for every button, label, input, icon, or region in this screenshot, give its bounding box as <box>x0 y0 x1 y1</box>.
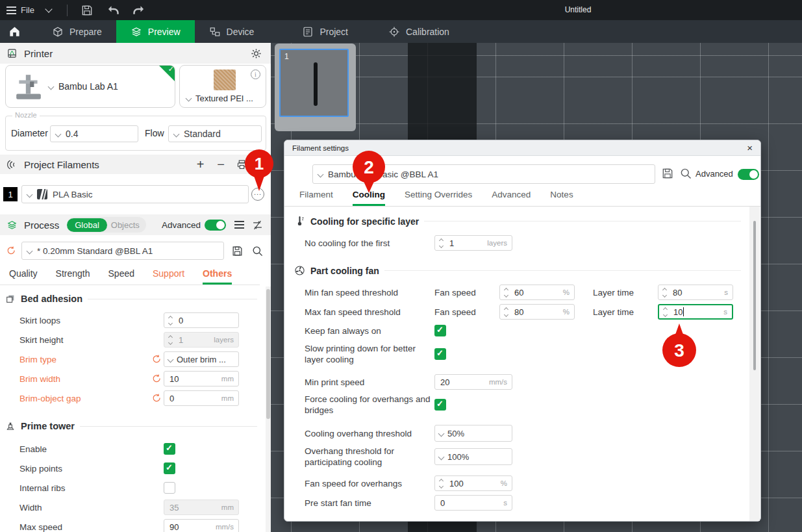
tab-strength[interactable]: Strength <box>56 268 90 285</box>
tab-prepare[interactable]: Prepare <box>38 20 116 43</box>
plate-thumbnail[interactable]: 1 <box>275 44 356 131</box>
dtab-advanced[interactable]: Advanced <box>492 190 531 206</box>
skirt-loops-input[interactable]: 0 <box>164 312 239 328</box>
brim-width-input[interactable]: 10 mm <box>164 371 239 386</box>
overhang-threshold-select[interactable]: 50% <box>434 425 512 442</box>
participating-cooling-select[interactable]: 100% <box>434 448 512 465</box>
gear-icon[interactable] <box>251 48 262 59</box>
tab-preview[interactable]: Preview <box>116 20 195 43</box>
dialog-titlebar[interactable]: Filament settings × <box>284 140 760 156</box>
enable-checkbox[interactable] <box>164 443 175 455</box>
left-panel-scrollbar[interactable] <box>266 286 271 532</box>
filament-select[interactable]: PLA Basic <box>21 185 249 203</box>
spinner-arrows[interactable] <box>440 239 443 247</box>
bed-adhesion-title: Bed adhesion <box>21 294 82 304</box>
tab-calibration[interactable]: Calibration <box>374 20 464 43</box>
no-cooling-value: 1 <box>444 238 454 248</box>
row-width: Width 35 mm <box>19 499 257 516</box>
printer-select[interactable]: Bambu Lab A1 <box>49 81 118 92</box>
min-layer-time-input[interactable]: 80 s <box>658 285 733 300</box>
dtab-notes[interactable]: Notes <box>550 190 573 206</box>
max-layer-time-input[interactable]: 10 s <box>658 304 733 320</box>
flow-select[interactable]: Standard <box>168 125 262 142</box>
undo-icon[interactable] <box>107 4 119 17</box>
pre-start-input[interactable]: 0 s <box>434 495 512 511</box>
row-brim-object-gap: Brim-object gap 0 mm <box>19 390 257 407</box>
min-fan-speed-input[interactable]: 60 % <box>499 285 575 300</box>
file-menu[interactable]: File <box>0 0 41 20</box>
dtab-setting-overrides[interactable]: Setting Overrides <box>405 190 472 206</box>
row-min-fan: Min fan speed threshold Fan speed 60 % L… <box>305 285 733 300</box>
process-search-icon[interactable] <box>251 245 264 257</box>
dtab-cooling[interactable]: Cooling <box>353 190 385 206</box>
tab-support[interactable]: Support <box>153 268 184 285</box>
internal-ribs-checkbox[interactable] <box>164 482 175 494</box>
file-chevron-down-icon[interactable] <box>45 5 52 12</box>
filament-more-button[interactable]: ... <box>251 188 264 201</box>
process-reset-icon[interactable] <box>6 246 16 255</box>
info-icon[interactable]: i <box>251 70 260 79</box>
spinner-arrows[interactable] <box>505 288 508 297</box>
plate-select[interactable]: Textured PEI ... <box>186 94 253 103</box>
dialog-preset-select[interactable]: Bambu PLA Basic @BBL A1 <box>312 164 655 184</box>
advanced-label: Advanced <box>162 220 201 230</box>
compare-presets-icon[interactable] <box>252 220 263 231</box>
process-preset-select[interactable]: * 0.20mm Standard @BBL A1 <box>21 242 224 260</box>
remove-filament-button[interactable] <box>217 157 225 172</box>
diameter-select[interactable]: 0.4 <box>50 125 138 142</box>
fan-overhangs-input[interactable]: 100 % <box>434 475 512 491</box>
max-layer-time-label: Layer time <box>593 307 658 317</box>
calibration-icon <box>388 26 400 38</box>
tab-speed[interactable]: Speed <box>108 268 134 285</box>
dialog-scrollbar[interactable] <box>749 207 760 521</box>
scope-objects[interactable]: Objects <box>107 218 146 232</box>
spinner-arrows[interactable] <box>664 308 667 316</box>
skip-points-checkbox[interactable] <box>164 462 175 474</box>
spinner-arrows[interactable] <box>440 479 443 488</box>
sync-printer-icon[interactable] <box>236 159 247 170</box>
spinner-arrows <box>169 336 172 344</box>
max-speed-input[interactable]: 90 mm/s <box>164 519 239 532</box>
tab-quality[interactable]: Quality <box>9 268 38 285</box>
force-cooling-checkbox[interactable] <box>434 399 446 411</box>
scrollbar-thumb[interactable] <box>266 289 270 419</box>
brim-type-reset-icon[interactable] <box>151 354 161 364</box>
scope-global[interactable]: Global <box>67 218 107 232</box>
tab-others[interactable]: Others <box>203 268 232 285</box>
no-cooling-input[interactable]: 1 layers <box>434 235 512 251</box>
printer-card[interactable]: Bambu Lab A1 <box>5 65 175 108</box>
plate-card[interactable]: i Textured PEI ... <box>179 65 266 108</box>
save-icon[interactable] <box>81 4 94 17</box>
spinner-arrows[interactable] <box>169 316 172 325</box>
tab-project[interactable]: Project <box>288 20 362 43</box>
redo-icon[interactable] <box>132 4 145 17</box>
brim-width-reset-icon[interactable] <box>151 374 161 383</box>
dialog-advanced-toggle[interactable] <box>738 169 759 180</box>
model-object[interactable] <box>314 62 318 106</box>
keep-fan-checkbox[interactable] <box>434 325 446 336</box>
tab-device[interactable]: Device <box>195 20 269 43</box>
advanced-toggle[interactable] <box>205 220 226 231</box>
filament-name: PLA Basic <box>53 190 93 199</box>
max-fan-speed-unit: % <box>563 308 574 316</box>
max-fan-speed-input[interactable]: 80 % <box>499 304 575 320</box>
process-scope-switch[interactable]: Global Objects <box>67 217 146 233</box>
brim-object-gap-reset-icon[interactable] <box>151 393 161 403</box>
min-print-speed-input[interactable]: 20 mm/s <box>434 374 512 390</box>
list-view-icon[interactable] <box>234 221 244 229</box>
dtab-filament[interactable]: Filament <box>299 190 333 206</box>
dialog-scrollbar-thumb[interactable] <box>753 221 756 370</box>
spinner-arrows[interactable] <box>663 288 666 297</box>
row-enable: Enable <box>19 440 257 457</box>
spinner-arrows[interactable] <box>505 308 508 316</box>
close-icon[interactable]: × <box>747 143 753 153</box>
home-tab[interactable] <box>0 20 29 43</box>
dialog-search-icon[interactable] <box>679 167 692 180</box>
printer-image <box>14 72 44 102</box>
brim-type-select[interactable]: Outer brim ... <box>164 351 239 367</box>
add-filament-button[interactable] <box>197 157 205 172</box>
process-save-icon[interactable] <box>231 245 244 257</box>
slow-printing-checkbox[interactable] <box>434 348 446 360</box>
dialog-save-icon[interactable] <box>661 167 674 180</box>
brim-object-gap-input[interactable]: 0 mm <box>164 390 239 406</box>
